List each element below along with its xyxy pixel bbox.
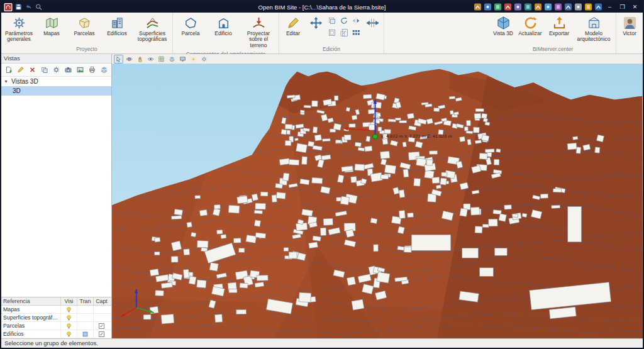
scale-icon[interactable] <box>338 27 350 38</box>
visibility-tool-icon[interactable] <box>146 55 155 64</box>
pan-tool-icon[interactable] <box>135 55 145 64</box>
gear-icon <box>12 16 26 30</box>
titlebar-tool-icon[interactable] <box>564 3 572 11</box>
copy-sm-icon[interactable] <box>38 65 50 75</box>
shadows-tool-icon[interactable] <box>189 55 198 64</box>
transparency-icon[interactable] <box>82 331 89 338</box>
bulb-icon[interactable] <box>65 331 72 338</box>
modelo-arquitectonico-button[interactable]: Modelo arquitectónico <box>574 14 614 45</box>
capture-checkbox[interactable]: ✓ <box>99 331 104 337</box>
titlebar-tool-strip <box>474 3 602 11</box>
edificio-button[interactable]: Edificio <box>208 14 239 38</box>
titlebar-tool-icon[interactable] <box>534 3 542 11</box>
bulb-icon[interactable] <box>65 323 72 330</box>
visibility-cell[interactable] <box>60 330 77 338</box>
undo-icon[interactable] <box>25 3 33 11</box>
minimize-button[interactable]: – <box>604 3 615 11</box>
bulb-icon[interactable] <box>65 306 72 313</box>
app-logo-icon[interactable] <box>4 3 13 11</box>
proyectar-sobre-terreno-button[interactable]: Proyectar sobre el terreno <box>240 14 277 50</box>
camera-icon[interactable] <box>62 65 74 75</box>
edificios-button[interactable]: Edificios <box>101 14 133 38</box>
titlebar-tool-icon[interactable] <box>574 3 582 11</box>
save-icon[interactable] <box>14 3 23 11</box>
transparency-cell[interactable] <box>77 330 93 338</box>
render-tool-icon[interactable] <box>178 55 187 64</box>
offset-icon[interactable] <box>326 27 338 38</box>
parcel-outline-icon <box>184 16 198 30</box>
capture-cell[interactable] <box>93 314 109 321</box>
superficies-topograficas-button[interactable]: Superficies topográficas <box>134 14 170 45</box>
titlebar-tool-icon[interactable] <box>584 3 592 11</box>
titlebar-tool-icon[interactable] <box>514 3 522 11</box>
titlebar-tool-icon[interactable] <box>554 3 562 11</box>
column-header: Visi <box>60 297 77 305</box>
3d-viewport-scene[interactable]: X: 4.072 m Y: 7.271 m Z: 41.020 m <box>112 64 643 338</box>
select-tool-icon[interactable] <box>114 55 123 64</box>
table-row-mapas[interactable]: Mapas <box>1 306 111 314</box>
image-icon[interactable] <box>74 65 86 75</box>
row-reference-label: Superficies topográficas <box>1 314 60 321</box>
gizmo-coords-label: X: 4.072 m Y: 7.271 m Z: 41.020 m <box>380 134 452 139</box>
titlebar-tool-icon[interactable] <box>494 3 502 11</box>
visibility-cell[interactable] <box>60 306 77 313</box>
transparency-cell[interactable] <box>77 306 93 313</box>
titlebar-tool-icon[interactable] <box>544 3 552 11</box>
ribbon-spacer <box>384 13 490 53</box>
estirar-button[interactable] <box>363 14 382 32</box>
titlebar-tool-icon[interactable] <box>524 3 532 11</box>
gear-sm-icon[interactable] <box>50 65 62 75</box>
gizmo-origin-handle[interactable] <box>373 134 378 139</box>
views-panel: Vistas ▾Vistas 3D3D ReferenciaVisiTranCa… <box>1 54 112 338</box>
transparency-cell[interactable] <box>77 322 93 330</box>
grid-tool-icon[interactable] <box>157 55 166 64</box>
bulb-icon[interactable] <box>65 314 72 321</box>
table-row-edificios[interactable]: Edificios✓ <box>1 330 111 338</box>
titlebar-tool-icon[interactable] <box>504 3 512 11</box>
pencil-sm-icon[interactable] <box>14 65 26 75</box>
exportar-button[interactable]: Exportar <box>546 14 572 38</box>
vista-3d-button[interactable]: Vista 3D <box>492 14 514 38</box>
tree-item-3d[interactable]: 3D <box>1 86 111 96</box>
capture-cell[interactable]: ✓ <box>93 330 109 338</box>
capture-cell[interactable]: ✓ <box>93 322 109 330</box>
table-row-superficies-topográficas[interactable]: Superficies topográficas <box>1 314 111 322</box>
layers-sm-icon[interactable] <box>98 65 109 75</box>
capture-checkbox[interactable]: ✓ <box>99 323 104 329</box>
user-account-button[interactable]: Victor <box>618 14 641 38</box>
visibility-cell[interactable] <box>60 314 77 321</box>
array-icon[interactable] <box>350 27 362 38</box>
printer-icon[interactable] <box>86 65 97 75</box>
button-label: Editar <box>286 31 300 36</box>
parametros-generales-button[interactable]: Parámetros generales <box>3 14 35 45</box>
orbit-tool-icon[interactable] <box>125 55 134 64</box>
view-options-tool-icon[interactable] <box>199 55 209 64</box>
titlebar-tool-icon[interactable] <box>594 3 602 11</box>
mapas-button[interactable]: Mapas <box>36 14 67 38</box>
building-outline-icon <box>216 16 231 30</box>
tree-group-vistas-3d[interactable]: ▾Vistas 3D <box>1 77 111 86</box>
mirror-icon[interactable] <box>350 15 362 26</box>
copy-icon[interactable] <box>326 15 338 26</box>
views-tree: ▾Vistas 3D3D <box>1 77 111 297</box>
maximize-button[interactable]: ❒ <box>617 3 628 11</box>
titlebar-tool-icon[interactable] <box>484 3 492 11</box>
mover-button[interactable] <box>306 14 325 32</box>
trash-icon[interactable] <box>26 65 38 75</box>
editar-button[interactable]: Editar <box>281 14 305 38</box>
layers-tool-icon[interactable] <box>167 55 177 64</box>
titlebar-tool-icon[interactable] <box>474 3 482 11</box>
actualizar-button[interactable]: Actualizar <box>516 14 545 38</box>
table-row-parcelas[interactable]: Parcelas✓ <box>1 322 111 330</box>
parcela-button[interactable]: Parcela <box>175 14 206 38</box>
collapse-arrow-icon[interactable]: ▾ <box>3 79 9 84</box>
parcelas-button[interactable]: Parcelas <box>69 14 100 38</box>
close-button[interactable]: ✕ <box>630 3 640 11</box>
capture-cell[interactable] <box>93 306 109 313</box>
search-icon[interactable] <box>35 3 43 11</box>
transparency-cell[interactable] <box>77 314 93 321</box>
rotate-icon[interactable] <box>338 15 350 26</box>
visibility-cell[interactable] <box>60 322 77 330</box>
edit-tools-grid <box>326 15 362 38</box>
doc-plus-icon[interactable] <box>3 65 14 75</box>
